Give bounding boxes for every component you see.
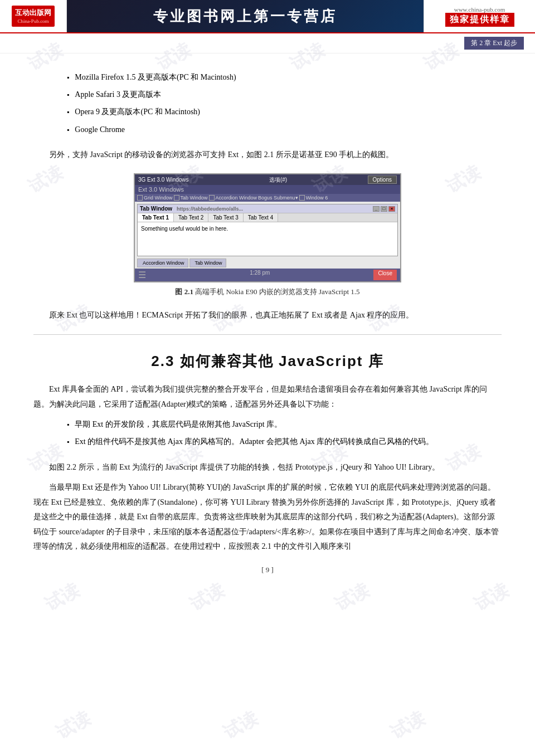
minimize-button[interactable]: _ [373,206,380,212]
adapter-list: 早期 Ext 的开发阶段，其底层代码是依附其他 JavaScript 库。 Ex… [67,417,502,448]
watermark: 试读 [52,706,95,745]
accordion-item-2: Tab Window [189,258,226,267]
status-left: 3G Ext 3.0 Windows [138,177,189,183]
phone-status-bar: 3G Ext 3.0 Windows 选项(#) Options [135,174,400,185]
list-item: Google Chrome [67,123,502,136]
figure-caption: 图 2.1 高端手机 Nokia E90 内嵌的浏览器支持 JavaScript… [175,287,359,297]
browser-list: Mozilla Firefox 1.5 及更高版本(PC 和 Macintosh… [67,70,502,136]
section-para-2: 如图 2.2 所示，当前 Ext 为流行的 JavaScript 库提供了功能的… [33,460,502,475]
phone-app-subtitle: Ext 3.0 Windows [135,185,400,194]
figure-2-1: 3G Ext 3.0 Windows 选项(#) Options Ext 3.0… [33,173,502,297]
section-2-3-heading: 2.3 如何兼容其他 JavaScript 库 [33,352,502,371]
nav-item-accordion: Accordion Window [209,195,257,201]
tab-1[interactable]: Tab Text 1 [138,213,174,222]
close-button[interactable]: × [388,206,395,212]
time-display: 1:28 pm [250,270,270,280]
site-title: 专业图书网上第一专营店 [67,0,424,32]
accordion-icon [209,195,215,201]
status-right: 选项(#) [269,176,287,184]
nav-item-tab: Tab Window [174,195,208,201]
logo-url: China-Pub.com [15,18,51,25]
watermark: 试读 [386,706,429,745]
nav-item-grid: Grid Window [137,195,173,201]
phone-window: Tab Window https://tabbedeudemo/alls... … [137,204,398,256]
list-item: Opera 9 及更高版本(PC 和 Macintosh) [67,105,502,119]
ecma-paragraph: 原来 Ext 也可以这样地用！ECMAScript 开拓了我们的眼界，也真正地拓… [33,308,502,323]
list-item: Apple Safari 3 及更高版本 [67,87,502,101]
phone-mockup: 3G Ext 3.0 Windows 选项(#) Options Ext 3.0… [134,173,401,282]
phone-content: Something useful would be in here. [138,222,397,256]
window-controls: _ □ × [373,206,395,212]
page-header: 互动出版网 China-Pub.com 专业图书网上第一专营店 www.chin… [0,0,535,33]
window6-icon [299,195,305,201]
nav-item-window6: Window 6 [299,195,328,201]
phone-close-button[interactable]: Close [373,270,397,280]
logo-box: 互动出版网 China-Pub.com [12,6,55,27]
section-para-3: 当最早期 Ext 还是作为 Yahoo UI! Library(简称 YUI)的… [33,480,502,554]
options-button[interactable]: Options [368,175,397,184]
phone-tabs: Tab Text 1 Tab Text 2 Tab Text 3 Tab Tex… [138,213,397,222]
watermark: 试读 [219,706,262,745]
exclusive-label: 独家提供样章 [445,13,514,27]
tab-icon [174,195,179,201]
site-url: www.china-pub.com [454,6,505,13]
section-title: 2.3 如何兼容其他 JavaScript 库 [33,352,502,371]
intro-paragraph: 另外，支持 JavaScript 的移动设备的浏览器亦可支持 Ext，如图 2.… [33,148,502,163]
main-content: Mozilla Firefox 1.5 及更高版本(PC 和 Macintosh… [0,53,535,591]
window-url: https://tabbedeudemo/alls... [177,206,373,212]
section-divider [33,334,502,335]
menu-icon: ☰ [138,270,146,280]
restore-button[interactable]: □ [381,206,387,212]
list-item: 早期 Ext 的开发阶段，其底层代码是依附其他 JavaScript 库。 [67,417,502,431]
page-number: [ 9 ] [33,565,502,580]
phone-bottom-bar: ☰ 1:28 pm Close [135,269,400,281]
logo-area: 互动出版网 China-Pub.com [0,0,67,32]
chapter-label: 第 2 章 Ext 起步 [464,37,524,50]
header-right: www.china-pub.com 独家提供样章 [424,0,535,32]
phone-accordion-bar: Accordion Window Tab Window [137,258,398,267]
section-para-1: Ext 库具备全面的 API，尝试着为我们提供完整的整合开发平台，但是如果结合遗… [33,382,502,412]
tab-3[interactable]: Tab Text 3 [208,213,243,222]
phone-nav-bar: Grid Window Tab Window Accordion Window … [135,194,400,202]
grid-icon [137,195,143,201]
list-item: Ext 的组件代码不是按其他 Ajax 库的风格写的。Adapter 会把其他 … [67,435,502,448]
tab-2[interactable]: Tab Text 2 [174,213,208,222]
phone-window-title: Tab Window https://tabbedeudemo/alls... … [138,204,397,213]
nav-item-bogus: Bogus Submenu▾ [258,195,298,201]
tab-4[interactable]: Tab Text 4 [244,213,278,222]
accordion-item-1: Accordion Window [137,258,188,267]
chapter-strip: 第 2 章 Ext 起步 [0,33,535,53]
list-item: Mozilla Firefox 1.5 及更高版本(PC 和 Macintosh… [67,70,502,84]
logo-icon: 互动出版网 [15,8,51,18]
